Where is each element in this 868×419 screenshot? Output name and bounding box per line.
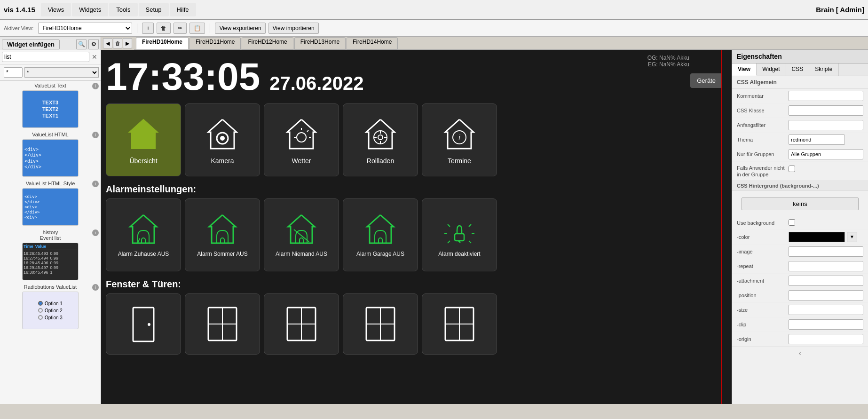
window-tile-3[interactable] [343,293,418,355]
props-input-thema[interactable] [789,134,845,145]
widget-info-valuelist-html-style[interactable]: i [92,181,99,187]
window-tile-4[interactable] [422,293,497,355]
window-tile-2[interactable] [264,293,339,355]
alarm-tile-niemand[interactable]: Alarm Niemand AUS [264,198,339,271]
widget-panel: ✕ * ValueList Text TEXT3 TEXT2 TEXT1 i [0,50,101,404]
props-keins-btn[interactable]: keins [742,198,859,210]
nav-tile-kamera[interactable]: Kamera [185,103,260,176]
nav-arrow-left[interactable]: ◀ [103,38,112,48]
alarm-tile-deaktiviert[interactable]: Alarm deaktiviert [422,198,497,271]
props-tab-widget[interactable]: Widget [757,63,786,76]
import-btn[interactable]: View importieren [268,23,319,34]
props-input-kommentar[interactable] [789,91,863,101]
widget-item-radiobuttons[interactable]: Radiobuttons ValueList Option 1 Option 2… [2,284,99,329]
props-input-position[interactable] [789,290,863,300]
nav-tile-rollladen[interactable]: Rollladen [343,103,418,176]
alarm-tile-sommer[interactable]: Alarm Sommer AUS [185,198,260,271]
svg-line-25 [469,241,471,243]
aktiver-view-label: Aktiver View: [4,25,33,31]
widget-info-radiobuttons[interactable]: i [92,284,99,291]
widget-settings-icon[interactable]: ⚙ [88,39,99,49]
props-checkbox-use-background[interactable] [789,219,795,226]
props-label-size: -size [737,307,789,313]
widget-item-valuelist-html[interactable]: ValueList HTML <div> </div> <div> </div>… [2,132,99,177]
props-input-origin[interactable] [789,334,863,344]
alarm-zuhause-icon [125,213,162,248]
widget-label-history: historyEvent list [40,229,61,241]
widget-info-history[interactable]: i [92,229,99,236]
tab-firehd11home[interactable]: FireHD11Home [189,37,241,49]
copy-view-btn[interactable]: 📋 [189,23,205,34]
svg-rect-26 [133,308,154,341]
widget-item-valuelist-text[interactable]: ValueList Text TEXT3 TEXT2 TEXT1 i [2,83,99,128]
window-tile-1[interactable] [185,293,260,355]
nav-arrow-delete[interactable]: 🗑 [113,38,122,48]
props-input-image[interactable] [789,246,863,257]
widget-search-icon[interactable]: 🔍 [76,39,87,49]
tab-firehd13home[interactable]: FireHD13Home [294,37,346,49]
geraete-btn[interactable]: Geräte [690,73,722,88]
edit-view-btn[interactable]: ✏ [174,23,187,34]
props-input-attachment[interactable] [789,276,863,286]
nav-arrow-right[interactable]: ▶ [123,38,132,48]
menu-views[interactable]: Views [41,3,71,16]
props-tab-css[interactable]: CSS [786,63,810,76]
alarm-tile-sommer-label: Alarm Sommer AUS [197,251,247,257]
widget-add-btn[interactable]: Widget einfügen [2,40,60,49]
export-btn[interactable]: View exportieren [215,23,265,34]
alarm-tile-zuhause[interactable]: Alarm Zuhause AUS [106,198,181,271]
delete-view-btn[interactable]: 🗑 [157,23,171,34]
svg-rect-1 [139,137,148,149]
widget-info-valuelist-text[interactable]: i [92,83,99,89]
app-title: vis 1.4.15 [4,6,35,14]
props-input-size[interactable] [789,305,863,315]
widget-category-select[interactable]: * [24,67,99,78]
widget-preview-valuelist-html: <div> </div> <div> </div> [22,139,79,177]
menu-bar: vis 1.4.15 Views Widgets Tools Setup Hil… [0,0,868,20]
center-canvas: 17:33:05 27.06.2022 OG: NaN% Akku EG: Na… [101,50,732,404]
tab-firehd12home[interactable]: FireHD12Home [242,37,293,49]
color-picker-btn[interactable]: ▼ [847,232,857,242]
menu-widgets[interactable]: Widgets [72,3,108,16]
props-checkbox-falls-anwender[interactable] [789,166,795,172]
alarm-tile-garage[interactable]: Alarm Garage AUS [343,198,418,271]
widget-item-valuelist-html-style[interactable]: ValueList HTML Style <div> </div> <div> … [2,181,99,226]
widget-and-tabs-row: Widget einfügen 🔍 ⚙ ◀ 🗑 ▶ FireHD10Home F… [0,37,868,50]
props-input-gruppen[interactable] [789,149,863,159]
color-preview [789,232,845,242]
nav-tile-wetter[interactable]: Wetter [264,103,339,176]
widget-search-close[interactable]: ✕ [90,53,99,61]
nav-tile-ubersicht[interactable]: Übersicht [106,103,181,176]
menu-setup[interactable]: Setup [139,3,169,16]
props-input-css-klasse[interactable] [789,105,863,116]
props-tab-view[interactable]: View [732,63,757,76]
nav-tile-ubersicht-label: Übersicht [129,157,157,165]
window-1-icon [206,305,239,343]
nav-tiles: Übersicht Kamera [106,103,727,176]
props-input-clip[interactable] [789,319,863,330]
tab-firehd14home[interactable]: FireHD14Home [347,37,398,49]
alarm-section-label: Alarmeinstellungen: [106,184,727,195]
nav-tile-wetter-label: Wetter [292,157,311,165]
props-label-thema: Thema [737,137,789,142]
main-row: ✕ * ValueList Text TEXT3 TEXT2 TEXT1 i [0,50,868,404]
props-tab-skripte[interactable]: Skripte [809,63,838,76]
tab-firehd10home[interactable]: FireHD10Home [136,37,189,49]
css-hintergrund-label: CSS Hintergrund (background-...) [732,181,868,191]
view-select[interactable]: FireHD10Home FireHD11Home FireHD12Home F… [38,23,132,34]
window-2-icon [285,305,318,343]
props-label-repeat: -repeat [737,263,789,269]
nav-tile-termine[interactable]: i Termine [422,103,497,176]
add-view-btn[interactable]: + [142,23,154,34]
props-label-kommentar: Kommentar [737,93,789,99]
menu-tools[interactable]: Tools [109,3,137,16]
widget-filter-star[interactable] [4,67,23,78]
widget-item-history-event-list[interactable]: historyEvent list TimeValue 16:26:45.493… [2,229,99,280]
window-tile-0[interactable] [106,293,181,355]
svg-point-3 [220,136,225,141]
widget-search-input[interactable] [2,52,89,62]
menu-hilfe[interactable]: Hilfe [170,3,196,16]
props-input-repeat[interactable] [789,261,863,271]
props-input-anfangsfilter[interactable] [789,120,863,130]
widget-info-valuelist-html[interactable]: i [92,132,99,138]
